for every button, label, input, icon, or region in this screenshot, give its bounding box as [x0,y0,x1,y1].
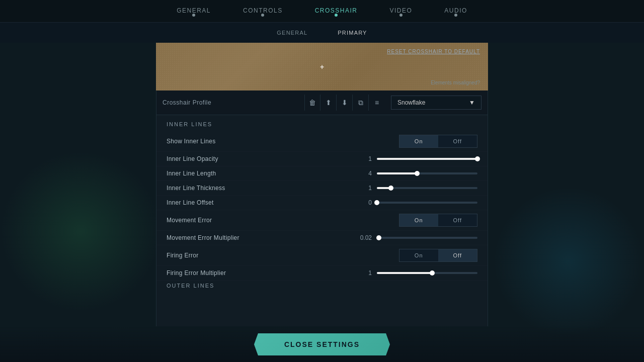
value-inner-line-opacity: 1 [354,155,372,162]
profile-download-button[interactable]: ⬇ [337,95,353,111]
setting-controls-movement-error: On Off [399,214,477,227]
setting-row-movement-error: Movement Error On Off [156,210,488,231]
value-firing-error-multiplier: 1 [354,269,372,277]
setting-row-show-inner-lines: Show Inner Lines On Off [156,131,488,152]
profile-edit-button[interactable]: ≡ [369,95,385,111]
toggle-on-show-inner-lines[interactable]: On [399,135,438,147]
profile-dropdown[interactable]: Snowflake ▼ [391,96,481,110]
nav-item-audio[interactable]: AUDIO [428,0,484,14]
slider-inner-line-offset[interactable] [377,202,477,204]
setting-controls-inner-line-thickness: 1 [354,185,477,192]
setting-row-firing-error: Firing Error On Off [156,245,488,266]
download-icon: ⬇ [342,99,348,107]
settings-scroll[interactable]: INNER LINES Show Inner Lines On Off Inne… [156,115,488,326]
nav-label-general: GENERAL [177,0,211,14]
value-movement-error-multiplier: 0.02 [354,234,372,241]
slider-inner-line-thickness[interactable] [377,187,477,189]
nav-dot-crosshair [335,14,338,17]
value-inner-line-thickness: 1 [354,185,372,192]
reset-crosshair-button[interactable]: RESET CROSSHAIR TO DEFAULT [387,49,480,54]
main-content: Crosshair Profile 🗑 ⬆ ⬇ ⧉ ≡ Snowflake ▼ [156,90,488,326]
nav-dot-audio [454,14,457,17]
subnav-general[interactable]: GENERAL [262,30,323,36]
nav-item-video[interactable]: VIDEO [374,0,429,14]
profile-label: Crosshair Profile [163,99,304,106]
setting-label-show-inner-lines: Show Inner Lines [167,138,399,145]
setting-row-inner-line-length: Inner Line Length 4 [156,166,488,181]
toggle-on-firing-error[interactable]: On [399,249,438,261]
profile-selected-value: Snowflake [397,99,425,106]
value-inner-line-offset: 0 [354,199,372,206]
setting-label-movement-error: Movement Error [167,217,399,224]
profile-copy-button[interactable]: ⧉ [353,95,369,111]
slider-inner-line-length[interactable] [377,172,477,174]
crosshair-preview: + RESET CROSSHAIR TO DEFAULT Elements mi… [156,43,488,90]
close-btn-area: CLOSE SETTINGS [0,327,644,362]
toggle-off-show-inner-lines[interactable]: Off [438,135,477,147]
setting-controls-movement-error-multiplier: 0.02 [354,234,477,241]
profile-bar: Crosshair Profile 🗑 ⬆ ⬇ ⧉ ≡ Snowflake ▼ [156,90,488,115]
upload-icon: ⬆ [326,99,332,107]
nav-item-general[interactable]: GENERAL [160,0,227,14]
setting-label-inner-line-offset: Inner Line Offset [167,199,354,206]
setting-controls-inner-line-offset: 0 [354,199,477,206]
setting-controls-firing-error-multiplier: 1 [354,269,477,277]
toggle-movement-error: On Off [399,214,477,227]
outer-lines-header: OUTER LINES [156,281,488,293]
value-inner-line-length: 4 [354,170,372,177]
subnav-primary[interactable]: PRIMARY [323,30,382,36]
slider-inner-line-opacity[interactable] [377,158,477,160]
setting-label-inner-line-opacity: Inner Line Opacity [167,155,354,162]
nav-dot-controls [261,14,264,17]
close-settings-button[interactable]: CLOSE SETTINGS [254,333,390,355]
toggle-firing-error: On Off [399,249,477,262]
setting-controls-firing-error: On Off [399,249,477,262]
toggle-show-inner-lines: On Off [399,135,477,148]
nav-label-crosshair: CROSSHAIR [315,0,358,14]
setting-row-firing-error-multiplier: Firing Error Multiplier 1 [156,266,488,281]
inner-lines-header: INNER LINES [156,115,488,131]
profile-icons: 🗑 ⬆ ⬇ ⧉ ≡ [304,95,385,111]
elements-misaligned-link[interactable]: Elements misaligned? [431,80,480,85]
setting-row-inner-line-offset: Inner Line Offset 0 [156,196,488,210]
toggle-on-movement-error[interactable]: On [399,214,438,226]
setting-controls-show-inner-lines: On Off [399,135,477,148]
setting-label-inner-line-length: Inner Line Length [167,170,354,177]
nav-label-controls: CONTROLS [243,0,283,14]
slider-firing-error-multiplier[interactable] [377,272,477,274]
setting-label-firing-error: Firing Error [167,252,399,259]
nav-item-crosshair[interactable]: CROSSHAIR [299,0,374,14]
nav-dot-video [399,14,403,17]
edit-icon: ≡ [375,99,379,107]
trash-icon: 🗑 [309,99,316,107]
crosshair-symbol: + [320,63,324,71]
nav-label-audio: AUDIO [444,0,467,14]
nav-dot-general [192,14,195,17]
setting-row-inner-line-opacity: Inner Line Opacity 1 [156,152,488,166]
setting-controls-inner-line-opacity: 1 [354,155,477,162]
nav-label-video: VIDEO [390,0,413,14]
nav-item-controls[interactable]: CONTROLS [227,0,299,14]
setting-label-movement-error-multiplier: Movement Error Multiplier [167,234,354,241]
top-nav: GENERAL CONTROLS CROSSHAIR VIDEO AUDIO [0,0,644,23]
slider-movement-error-multiplier[interactable] [377,237,477,239]
setting-label-inner-line-thickness: Inner Line Thickness [167,185,354,192]
setting-controls-inner-line-length: 4 [354,170,477,177]
setting-label-firing-error-multiplier: Firing Error Multiplier [167,269,354,277]
chevron-down-icon: ▼ [469,99,475,106]
copy-icon: ⧉ [358,99,363,107]
profile-delete-button[interactable]: 🗑 [304,95,320,111]
profile-upload-button[interactable]: ⬆ [320,95,337,111]
setting-row-movement-error-multiplier: Movement Error Multiplier 0.02 [156,231,488,245]
setting-row-inner-line-thickness: Inner Line Thickness 1 [156,181,488,196]
toggle-off-firing-error[interactable]: Off [438,249,477,261]
sub-nav: GENERAL PRIMARY [0,23,644,43]
toggle-off-movement-error[interactable]: Off [438,214,477,226]
